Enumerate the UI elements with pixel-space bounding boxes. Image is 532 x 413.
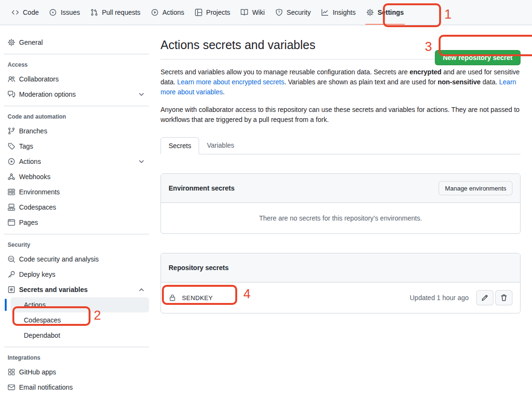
repo-tab-bar: Code Issues Pull requests Actions Projec… [0, 0, 532, 25]
gear-icon [366, 9, 374, 16]
sidebar-item-tags[interactable]: Tags [4, 139, 149, 154]
tab-label: Security [287, 9, 311, 16]
sidebar-item-label: Tags [19, 142, 33, 150]
secrets-variables-tabs: Secrets Variables [161, 137, 521, 154]
gear-icon [8, 39, 15, 46]
tab-wiki[interactable]: Wiki [236, 5, 269, 20]
comment-discussion-icon [8, 91, 15, 98]
environment-secrets-panel: Environment secrets Manage environments … [161, 173, 521, 234]
shield-icon [275, 9, 283, 16]
sidebar-item-email-notifications[interactable]: Email notifications [4, 380, 149, 395]
git-branch-icon [8, 127, 15, 135]
tag-icon [8, 142, 15, 150]
sidebar-item-collaborators[interactable]: Collaborators [4, 71, 149, 87]
sidebar-item-label: Secrets and variables [19, 286, 88, 293]
secret-name: SENDKEY [182, 294, 213, 302]
webhook-icon [8, 173, 15, 181]
repository-secrets-title: Repository secrets [169, 264, 229, 272]
intro-text: data. [481, 78, 499, 86]
intro-bold-non-sensitive: non-sensitive [438, 78, 481, 86]
sidebar-item-codespaces[interactable]: Codespaces [4, 200, 149, 215]
sidebar-item-moderation-options[interactable]: Moderation options [4, 87, 149, 102]
sidebar-item-label: Collaborators [19, 75, 59, 83]
trash-icon [500, 294, 508, 302]
sidebar-subitem-actions[interactable]: Actions [10, 297, 149, 312]
manage-environments-button[interactable]: Manage environments [439, 181, 512, 195]
key-asterisk-icon [8, 286, 15, 293]
environment-secrets-title: Environment secrets [169, 184, 235, 192]
main-content: Actions secrets and variables New reposi… [161, 25, 532, 313]
sidebar-item-branches[interactable]: Branches [4, 123, 149, 139]
issue-opened-icon [49, 9, 57, 16]
code-icon [11, 9, 19, 16]
chevron-up-icon [138, 286, 145, 293]
sidebar-item-label: Code security and analysis [19, 255, 99, 263]
sidebar-section-security: Security [4, 234, 149, 252]
sidebar-item-label: Dependabot [24, 332, 60, 339]
tab-secrets[interactable]: Secrets [161, 137, 199, 154]
apps-icon [8, 368, 15, 376]
tab-security[interactable]: Security [271, 5, 316, 20]
chevron-down-icon [138, 158, 145, 165]
chevron-down-icon [138, 91, 145, 98]
tab-label: Issues [60, 9, 80, 16]
sidebar-subitem-codespaces[interactable]: Codespaces [10, 312, 149, 328]
sidebar-item-actions[interactable]: Actions [4, 154, 149, 169]
sidebar-item-webhooks[interactable]: Webhooks [4, 169, 149, 184]
sidebar-item-label: Pages [19, 219, 38, 226]
repository-secrets-header: Repository secrets [161, 253, 520, 282]
sidebar-item-label: Email notifications [19, 383, 73, 391]
new-repository-secret-button[interactable]: New repository secret [435, 50, 521, 65]
tab-label: Pull requests [102, 9, 141, 16]
tab-code[interactable]: Code [7, 5, 43, 20]
environment-secrets-header: Environment secrets Manage environments [161, 174, 520, 203]
settings-sidebar: General Access Collaborators Moderation … [0, 25, 153, 395]
graph-icon [321, 9, 329, 16]
tab-insights[interactable]: Insights [316, 5, 360, 20]
sidebar-item-label: Codespaces [19, 203, 56, 211]
tab-actions[interactable]: Actions [146, 5, 189, 20]
intro-text: Secrets and variables allow you to manag… [161, 68, 410, 76]
sidebar-item-deploy-keys[interactable]: Deploy keys [4, 267, 149, 282]
sidebar-item-label: General [19, 39, 43, 46]
fork-note-paragraph: Anyone with collaborator access to this … [161, 105, 525, 125]
lock-icon [169, 294, 176, 302]
codespaces-icon [8, 203, 15, 211]
tab-label: Insights [332, 9, 355, 16]
project-icon [195, 9, 202, 16]
tab-label: Code [23, 9, 39, 16]
sidebar-item-secrets-and-variables[interactable]: Secrets and variables [4, 282, 149, 297]
sidebar-item-environments[interactable]: Environments [4, 184, 149, 200]
pencil-icon [481, 294, 489, 302]
play-icon [151, 9, 159, 16]
sidebar-item-label: Environments [19, 188, 60, 196]
sidebar-item-code-security[interactable]: Code security and analysis [4, 252, 149, 267]
intro-paragraph: Secrets and variables allow you to manag… [161, 67, 525, 97]
link-learn-encrypted-secrets[interactable]: Learn more about encrypted secrets [177, 78, 284, 86]
tab-projects[interactable]: Projects [190, 5, 235, 20]
tab-variables[interactable]: Variables [199, 137, 241, 154]
tab-issues[interactable]: Issues [44, 5, 84, 20]
book-icon [241, 9, 248, 16]
repository-secrets-panel: Repository secrets SENDKEY Updated 1 hou… [161, 253, 521, 313]
people-icon [8, 75, 15, 83]
sidebar-subitem-dependabot[interactable]: Dependabot [10, 328, 149, 343]
tab-label: Projects [206, 9, 231, 16]
intro-text: . Variables are shown as plain text and … [284, 78, 438, 86]
sidebar-section-integrations: Integrations [4, 347, 149, 364]
git-pull-request-icon [90, 9, 98, 16]
delete-secret-button[interactable] [495, 290, 512, 305]
tab-settings[interactable]: Settings [361, 5, 409, 20]
sidebar-item-label: Webhooks [19, 173, 50, 181]
sidebar-item-pages[interactable]: Pages [4, 215, 149, 230]
sidebar-item-general[interactable]: General [4, 35, 149, 50]
sidebar-item-label: GitHub apps [19, 368, 56, 376]
server-icon [8, 188, 15, 196]
tab-pull-requests[interactable]: Pull requests [86, 5, 145, 20]
secret-row: SENDKEY Updated 1 hour ago [161, 282, 520, 313]
secret-updated-timestamp: Updated 1 hour ago [410, 294, 469, 302]
edit-secret-button[interactable] [476, 290, 493, 305]
intro-text: . [223, 88, 225, 96]
browser-icon [8, 219, 15, 226]
sidebar-item-github-apps[interactable]: GitHub apps [4, 364, 149, 380]
